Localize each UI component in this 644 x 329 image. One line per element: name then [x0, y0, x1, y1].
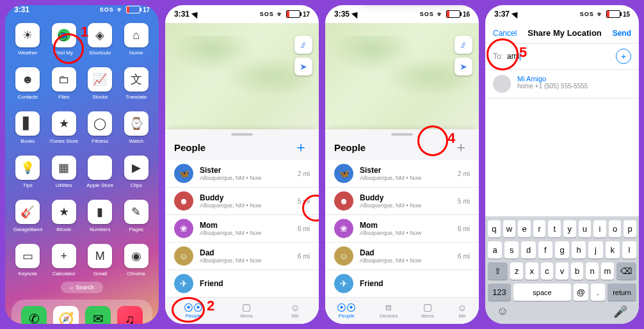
key-f[interactable]: f [538, 241, 552, 259]
key-o[interactable]: o [609, 220, 622, 237]
key-k[interactable]: k [606, 241, 620, 259]
key-t[interactable]: t [548, 220, 561, 237]
key-s[interactable]: s [504, 241, 519, 259]
key-x[interactable]: x [526, 262, 538, 280]
app-keynote[interactable]: ▭Keynote [12, 244, 44, 277]
map-locate-button[interactable]: ➤ [294, 58, 312, 76]
shift-key[interactable]: ⇧ [488, 262, 508, 280]
app-home[interactable]: ⌂Home [120, 23, 152, 56]
person-row[interactable]: ✈ Friend [325, 269, 479, 297]
app-label: Clips [120, 182, 152, 188]
tab-devices[interactable]: ⧈Devices [380, 301, 398, 319]
dock-phone[interactable]: ✆ [21, 306, 47, 324]
person-row[interactable]: ☻ BuddyAlbuquerque, NM • Now 5 mi [165, 187, 319, 214]
key-q[interactable]: q [488, 220, 501, 237]
app-stocks[interactable]: 📈Stocks [84, 67, 116, 100]
dock-safari[interactable]: 🧭 [53, 306, 79, 324]
person-row[interactable]: 🦋 SisterAlbuquerque, NM • Now 2 mi [325, 160, 479, 187]
key-y[interactable]: y [563, 220, 576, 237]
app-garageband[interactable]: 🎸GarageBand [12, 200, 44, 232]
contact-suggestion[interactable]: Mi Amigo home +1 (505) 555-5555 [485, 70, 639, 99]
key-b[interactable]: b [571, 262, 584, 280]
app-clips[interactable]: ▶Clips [120, 156, 152, 188]
person-row[interactable]: ❀ MomAlbuquerque, NM • Now 6 mi [165, 214, 319, 242]
app-gmail[interactable]: MGmail [84, 244, 116, 277]
map-layers-button[interactable]: ⫽ [294, 36, 312, 54]
add-contact-button[interactable]: + [616, 49, 631, 64]
person-row[interactable]: ☺ DadAlbuquerque, NM • Now 6 mi [165, 242, 319, 269]
avatar: ❀ [174, 219, 193, 238]
app-calculator[interactable]: +Calculator [48, 244, 80, 277]
key-h[interactable]: h [572, 241, 586, 259]
key-i[interactable]: i [593, 220, 606, 237]
phone-screen-findmy-people: 3:31 SOS ᯤ 17 ⫽ ➤ People ＋ 🦋 SisterAlbuq… [165, 5, 319, 324]
key-d[interactable]: d [521, 241, 535, 259]
key-e[interactable]: e [518, 220, 531, 237]
phone-screen-home: 3:31 SOS ᯤ 17 ☀Weather◎Find My◈Shortcuts… [5, 5, 159, 324]
send-button[interactable]: Send [613, 29, 631, 38]
key-w[interactable]: w [503, 220, 516, 237]
key-v[interactable]: v [556, 262, 568, 280]
map-layers-button[interactable]: ⫽ [455, 36, 472, 54]
app-books[interactable]: ▋Books [12, 111, 44, 144]
people-list: 🦋 SisterAlbuquerque, NM • Now 2 mi☻ Budd… [165, 160, 319, 297]
app-chrome[interactable]: ◉Chrome [120, 244, 152, 277]
dock-music[interactable]: ♫ [117, 306, 143, 324]
key-j[interactable]: j [588, 241, 602, 259]
person-name: Mom [200, 221, 298, 230]
person-row[interactable]: ❀ MomAlbuquerque, NM • Now 6 mi [325, 214, 479, 242]
key-m[interactable]: m [601, 262, 614, 280]
tab-me[interactable]: ☺Me [457, 301, 467, 319]
backspace-key[interactable]: ⌫ [616, 262, 636, 280]
sheet-grabber[interactable] [231, 133, 253, 136]
app-apple-store[interactable]: Apple Store [84, 156, 116, 188]
add-button[interactable]: ＋ [292, 138, 310, 156]
key-u[interactable]: u [579, 220, 592, 237]
person-distance: 6 mi [298, 225, 310, 232]
search-pill[interactable]: ⌕ Search [61, 282, 103, 293]
app-pages[interactable]: ✎Pages [120, 200, 152, 232]
app-watch[interactable]: ⌚Watch [120, 111, 152, 144]
map-view[interactable]: ⫽ ➤ [165, 23, 319, 129]
key-n[interactable]: n [586, 262, 599, 280]
key-r[interactable]: r [533, 220, 546, 237]
app-tips[interactable]: 💡Tips [12, 156, 44, 188]
key-p[interactable]: p [624, 220, 636, 237]
tab-items[interactable]: ▢Items [241, 301, 254, 319]
app-numbers[interactable]: ▮Numbers [84, 200, 116, 232]
app-imovie[interactable]: ★iMovie [48, 200, 80, 232]
app-fitness[interactable]: ◯Fitness [84, 111, 116, 144]
space-key[interactable]: space [513, 284, 571, 301]
key-g[interactable]: g [555, 241, 569, 259]
app-files[interactable]: 🗀Files [48, 67, 80, 100]
123-key[interactable]: 123 [488, 284, 511, 301]
at-key[interactable]: @ [574, 284, 588, 301]
dot-key[interactable]: . [591, 284, 606, 301]
tab-me[interactable]: ☺Me [290, 301, 300, 319]
key-c[interactable]: c [541, 262, 554, 280]
sheet-grabber[interactable] [391, 133, 413, 136]
emoji-key[interactable]: ☺ [497, 305, 508, 319]
person-row[interactable]: ✈ Friend [165, 269, 319, 297]
person-row[interactable]: 🦋 SisterAlbuquerque, NM • Now 2 mi [165, 160, 319, 187]
key-z[interactable]: z [510, 262, 523, 280]
person-row[interactable]: ☺ DadAlbuquerque, NM • Now 6 mi [325, 242, 479, 269]
person-distance: 2 mi [458, 170, 470, 177]
app-itunes-store[interactable]: ★iTunes Store [48, 111, 80, 144]
mic-key[interactable]: 🎤 [613, 305, 627, 319]
tab-items[interactable]: ▢Items [421, 301, 434, 319]
app-shortcuts[interactable]: ◈Shortcuts [84, 23, 116, 56]
dock-messages[interactable]: ✉ [85, 306, 111, 324]
app-contacts[interactable]: ☻Contacts [12, 67, 44, 100]
person-row[interactable]: ☻ BuddyAlbuquerque, NM • Now 5 mi [325, 187, 479, 214]
key-a[interactable]: a [488, 241, 502, 259]
cancel-button[interactable]: Cancel [493, 29, 517, 38]
map-locate-button[interactable]: ➤ [455, 58, 472, 76]
return-key[interactable]: return [608, 284, 636, 301]
tab-people[interactable]: ⦿⦿People [337, 301, 356, 319]
app-weather[interactable]: ☀Weather [12, 23, 44, 56]
key-l[interactable]: l [622, 241, 636, 259]
map-view[interactable]: ⫽ ➤ Share My Location➤Add MagSafe Access… [325, 23, 479, 129]
app-utilities[interactable]: ▦Utilities [48, 156, 80, 188]
app-translate[interactable]: 文Translate [120, 67, 152, 100]
